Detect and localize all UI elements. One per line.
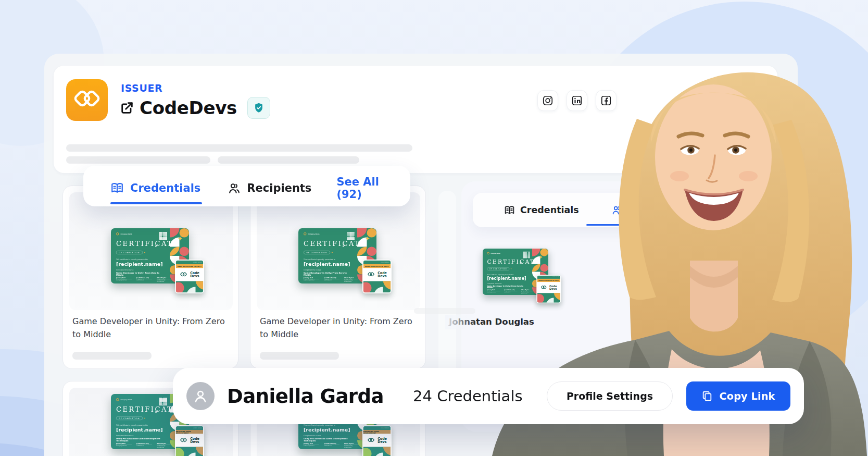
tab-credentials[interactable]: Credentials [110, 181, 200, 195]
external-link-icon[interactable] [120, 101, 134, 115]
codedevs-badge-logo-icon [368, 438, 376, 443]
presented-line: This certificate is proudly presented to [116, 424, 148, 426]
codedevs-logo-icon [66, 79, 108, 121]
company-name: Company Name [121, 233, 133, 235]
presented-line: This certificate is proudly presented to [487, 274, 513, 276]
signature: Jeremy BellLead programmer [304, 442, 319, 448]
course-title: Game Developer in Unity: From Zero to Mi… [487, 285, 529, 289]
skeleton-bar [218, 156, 359, 164]
certificate-thumbnail: Company Name ↙ CERTIFICATE OF COMPLETION… [111, 228, 189, 284]
skeleton-bar [260, 352, 339, 360]
company-logo-icon [116, 232, 119, 236]
signature: [certificate.url]certificate id [136, 442, 152, 448]
badge-small-text: CODE DEVS [363, 261, 391, 265]
verified-badge [247, 97, 270, 119]
tab-recipients[interactable]: Recipients [228, 182, 311, 195]
presented-line: This certificate is proudly presented to [116, 258, 148, 261]
issuer-header-card: ISSUER CodeDevs [54, 66, 777, 173]
tab-recipients-secondary[interactable]: Recipients [611, 205, 681, 216]
star-icon: ✦ [510, 268, 512, 270]
active-tab-underline [586, 224, 645, 226]
tab-credentials-secondary[interactable]: Credentials [504, 205, 579, 216]
signature: [certificate.url]certificate id [324, 277, 339, 282]
company-logo-icon [116, 398, 119, 401]
company-name: Company Name [491, 253, 501, 254]
badge-brand-name: Code Devs [549, 285, 557, 291]
signature: Jeremy BellLead programmer [487, 289, 500, 293]
instagram-icon [542, 95, 553, 106]
completed-line: Completed the course [116, 269, 133, 271]
badge-label: GAME DEVELOPER IN UNITY [176, 264, 204, 268]
book-icon [110, 181, 124, 195]
certificate-subheading: OF COMPLETION [487, 267, 509, 270]
badge-decoration [363, 447, 391, 456]
profile-name: Daniella Garda [227, 385, 384, 408]
codedevs-badge-logo-icon [180, 438, 189, 443]
profile-settings-button[interactable]: Profile Settings [547, 381, 673, 411]
certificate-subheading-pill: OF COMPLETION ✦ [304, 251, 333, 254]
badge-brand-name: Code Devs [378, 437, 386, 444]
see-all-link[interactable]: See All (92) [336, 176, 389, 201]
completed-line: Completed the course [116, 435, 133, 437]
qr-code-icon [159, 398, 167, 405]
credential-badge: CODE DEVS GAME DEVELOPER IN UNITY Code D… [362, 260, 392, 293]
completed-line: Completed the course [487, 283, 501, 285]
tab-bar-primary: Credentials Recipients See All (92) [83, 166, 410, 206]
tab-credentials-label: Credentials [130, 182, 200, 194]
badge-small-text: CODE DEVS [176, 426, 204, 430]
badge-decoration [176, 281, 204, 293]
codedevs-badge-logo-icon [368, 272, 376, 277]
certificate-subheading: OF COMPLETION [116, 251, 143, 254]
user-avatar-icon [192, 387, 209, 405]
badge-decoration [176, 447, 204, 456]
company-logo-icon [304, 232, 307, 236]
credential-card[interactable]: Company Name ↙ CERTIFICATE OF COMPLETION… [62, 186, 238, 369]
certificate-thumbnail: Company Name ↙ CERTIFICATE OF COMPLETION… [298, 228, 376, 284]
course-title: Unity Pro Advanced Game Development Tech… [116, 437, 166, 442]
completed-line: Completed the course [304, 435, 321, 437]
facebook-button[interactable] [596, 90, 617, 111]
shield-check-icon [253, 102, 265, 114]
linkedin-icon [571, 95, 583, 106]
codedevs-badge-logo-icon [541, 286, 548, 290]
credential-badge: CODE DEVS GAME DEVELOPER IN UNITY Code D… [536, 275, 561, 303]
recipient-placeholder: [recipient.name] [487, 276, 526, 281]
badge-label: GAME DEVELOPER IN UNITY [363, 264, 391, 268]
credential-badge: CODE DEVS ADVANCED GAME DEVELOPMENT Code… [175, 425, 204, 456]
qr-code-icon [523, 252, 530, 258]
signature: Jeremy BellLead programmer [116, 442, 132, 448]
presented-line: This certificate is proudly presented to [304, 258, 335, 261]
fade-overlay [445, 315, 476, 329]
star-icon: ✦ [365, 235, 370, 242]
badge-brand-name: Code Devs [190, 272, 199, 278]
signature-row: Jeremy BellLead programmer[certificate.u… [304, 277, 360, 282]
company-name: Company Name [121, 399, 133, 400]
certificate-subheading-pill: OF COMPLETION ✦ [487, 267, 512, 270]
badge-label: ADVANCED GAME DEVELOPMENT [176, 430, 204, 434]
star-icon: ✦ [538, 254, 543, 261]
star-icon: ✦ [331, 251, 333, 254]
copy-link-button[interactable]: Copy Link [686, 381, 790, 411]
star-icon: ✦ [144, 417, 145, 420]
signature: [certificate.url]certificate id [504, 289, 517, 293]
tab-recipients-label: Recipients [247, 182, 311, 194]
users-icon [228, 182, 241, 195]
signature: [certificate.url]certificate id [136, 277, 152, 282]
credential-badge: CODE DEVS GAME DEVELOPER IN UNITY Code D… [175, 260, 204, 293]
certificate-subheading: OF COMPLETION [304, 251, 330, 254]
course-title: Unity Pro Advanced Game Development Tech… [304, 437, 353, 442]
instagram-button[interactable] [537, 90, 558, 111]
linkedin-button[interactable] [567, 90, 587, 111]
tab-bar-secondary: Credentials Recipients [473, 193, 798, 227]
course-title: Game Developer in Unity: From Zero to Mi… [116, 272, 166, 276]
company-logo-icon [487, 252, 489, 255]
certificate-company-logo: Company Name [304, 232, 320, 236]
star-icon: ✦ [144, 251, 145, 254]
certificate-subheading-pill: OF COMPLETION ✦ [116, 251, 146, 254]
credential-card[interactable]: Company Name ↙ CERTIFICATE OF COMPLETION… [250, 186, 426, 369]
credential-title: Game Developer in Unity: From Zero to Mi… [72, 315, 234, 341]
credentials-count: 24 Credentials [413, 387, 523, 405]
tab-credentials-label: Credentials [520, 205, 579, 215]
badge-brand: Code Devs [176, 434, 204, 447]
certificate: Company Name ↙ CERTIFICATE OF COMPLETION… [483, 249, 548, 295]
